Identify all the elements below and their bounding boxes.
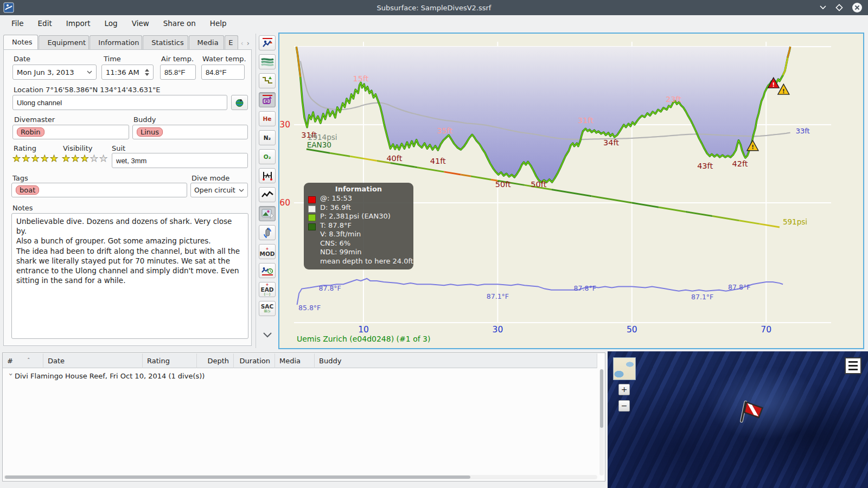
ruler-icon[interactable]	[259, 168, 276, 183]
tab-statistics[interactable]: Statistics	[143, 35, 188, 50]
notes-textarea[interactable]: Unbelievable dive. Dozens and dozens of …	[11, 213, 248, 339]
star-4[interactable]: ★	[90, 153, 99, 164]
menu-item-edit[interactable]: Edit	[31, 15, 59, 31]
rating-stars[interactable]: ★★★★★	[12, 153, 59, 164]
chart-label: 87.8°F	[574, 284, 596, 292]
tab-notes[interactable]: Notes	[3, 35, 38, 50]
map-location-button[interactable]	[231, 95, 248, 110]
menu-item-log[interactable]: Log	[98, 15, 125, 31]
map-overview-thumbnail[interactable]	[613, 357, 636, 380]
tab-e[interactable]: E	[225, 35, 238, 50]
star-5[interactable]: ★	[99, 153, 108, 164]
collapse-icon[interactable]: ›	[7, 373, 15, 381]
column-header-media[interactable]: Media	[275, 354, 315, 368]
star-3[interactable]: ★	[81, 153, 90, 164]
minimize-button[interactable]	[819, 5, 827, 10]
airtemp-field[interactable]	[160, 65, 196, 80]
time-spinbox[interactable]: 11:36 AM	[101, 65, 154, 80]
tab-scroll-left-icon[interactable]: ‹	[241, 39, 244, 47]
watertemp-label: Water temp.	[202, 55, 246, 63]
dive-flag-marker[interactable]	[736, 398, 766, 428]
gas-change-icon[interactable]	[259, 225, 276, 240]
dive-trip-row[interactable]: ›Divi Flamingo House Reef, Fri Oct 10, 2…	[3, 370, 605, 382]
map-zoom-out-button[interactable]: −	[618, 400, 630, 412]
info-box-legend-chips	[308, 196, 316, 232]
menubar: FileEditImportLogViewShare onHelp	[0, 15, 868, 31]
helium-graph-icon[interactable]: He	[259, 111, 276, 126]
menu-item-file[interactable]: File	[4, 15, 31, 31]
column-header-date[interactable]: Date	[43, 354, 143, 368]
chart-label: 70	[761, 325, 771, 335]
tab-information[interactable]: Information	[90, 35, 142, 50]
dive-list-horizontal-scrollbar[interactable]	[4, 475, 597, 479]
divemode-value: Open circuit	[194, 186, 235, 194]
star-2[interactable]: ★	[22, 153, 31, 164]
maximize-button[interactable]	[835, 4, 843, 11]
window-title: Subsurface: SampleDivesV2.ssrf	[0, 4, 868, 12]
star-1[interactable]: ★	[62, 153, 71, 164]
star-5[interactable]: ★	[50, 153, 59, 164]
chart-label: 87.8°F	[728, 283, 750, 291]
suit-input[interactable]	[112, 153, 248, 168]
star-3[interactable]: ★	[31, 153, 41, 164]
nitrogen-graph-icon[interactable]: N₂	[259, 130, 276, 145]
info-line: P: 2,381psi (EAN30)	[308, 212, 409, 221]
chart-label: 30	[493, 325, 503, 335]
close-button[interactable]	[852, 2, 863, 13]
column-header-buddy[interactable]: Buddy	[315, 354, 597, 368]
star-4[interactable]: ★	[41, 153, 50, 164]
menu-item-import[interactable]: Import	[59, 15, 98, 31]
column-header-duration[interactable]: Duration	[234, 354, 275, 368]
chevron-down-icon	[87, 70, 92, 74]
waves-icon[interactable]	[259, 54, 276, 69]
watertemp-field[interactable]	[201, 65, 245, 80]
dc-ceiling-icon[interactable]	[259, 92, 276, 107]
divemaster-input[interactable]: Robin	[12, 125, 129, 139]
mod-icon[interactable]: +MOD	[259, 244, 276, 259]
menu-item-view[interactable]: View	[125, 15, 156, 31]
divemode-select[interactable]: Open circuit	[190, 183, 248, 197]
info-line: mean depth to here 24.0ft	[308, 257, 409, 266]
column-header-rating[interactable]: Rating	[143, 354, 197, 368]
date-select[interactable]: Mon Jun 3, 2013	[12, 65, 97, 80]
tab-equipment[interactable]: Equipment	[39, 35, 89, 50]
sac-icon[interactable]: SAC⊞◷	[259, 301, 276, 316]
tag-chip: boat	[16, 185, 39, 195]
tab-media[interactable]: Media	[189, 35, 225, 50]
visibility-label: Visibility	[63, 144, 92, 152]
location-label: Location 7°16'58.386"N 134°14'43.631"E	[14, 86, 160, 94]
calculated-ceiling-icon[interactable]	[259, 73, 276, 88]
chart-label: 10	[358, 325, 369, 335]
column-header-depth[interactable]: Depth	[197, 354, 234, 368]
chart-label: 85.8°F	[298, 304, 321, 312]
photos-icon[interactable]	[259, 206, 276, 221]
dive-list-vertical-scrollbar[interactable]	[599, 369, 604, 476]
ascent-rate-icon[interactable]	[259, 35, 276, 50]
oxygen-graph-icon[interactable]: O₂	[259, 149, 276, 164]
info-line: @: 15:53	[308, 194, 409, 203]
heart-rate-icon[interactable]	[259, 187, 276, 202]
tabbar: NotesEquipmentInformationStatisticsMedia…	[3, 35, 252, 50]
buddy-input[interactable]: Linus	[132, 125, 248, 139]
dive-site-map[interactable]: + −	[608, 351, 868, 488]
info-line: NDL: 99min	[308, 248, 409, 257]
tags-input[interactable]: boat	[11, 183, 187, 197]
menu-item-share-on[interactable]: Share on	[156, 15, 203, 31]
visibility-stars[interactable]: ★★★★★	[62, 153, 108, 164]
tab-scroll-right-icon[interactable]: ›	[247, 39, 250, 47]
ndl-icon[interactable]	[259, 263, 276, 278]
ead-icon[interactable]: +EAD(···)	[259, 282, 276, 297]
titlebar: Subsurface: SampleDivesV2.ssrf	[0, 0, 868, 15]
chart-label: 41ft	[430, 157, 446, 165]
map-menu-button[interactable]	[845, 357, 861, 374]
map-zoom-in-button[interactable]: +	[618, 384, 630, 395]
star-2[interactable]: ★	[71, 153, 80, 164]
toolbar-scroll-down-icon[interactable]	[259, 328, 276, 343]
menu-item-help[interactable]: Help	[203, 15, 234, 31]
time-spin-arrows[interactable]	[145, 69, 149, 76]
location-input[interactable]	[12, 95, 227, 110]
app-icon	[3, 2, 14, 13]
column-header-num[interactable]: #ˆ	[3, 354, 43, 368]
star-1[interactable]: ★	[12, 153, 22, 164]
chart-label: 87.1°F	[691, 293, 713, 301]
